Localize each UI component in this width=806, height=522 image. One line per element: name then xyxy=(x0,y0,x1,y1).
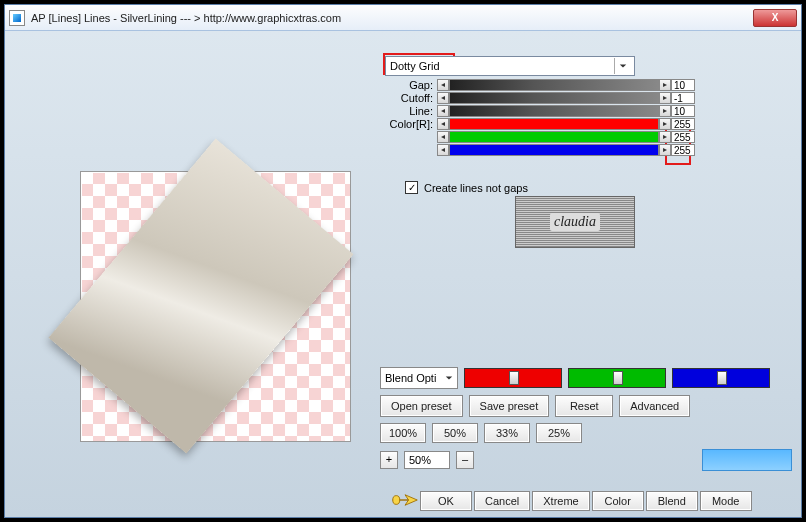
slider-panel: Gap: ◂ ▸ 10 Cutoff: ◂ ▸ -1 Line: ◂ ▸ 10 xyxy=(385,78,695,156)
reset-button[interactable]: Reset xyxy=(555,395,613,417)
zoom-out-button[interactable]: – xyxy=(456,451,474,469)
titlebar[interactable]: AP [Lines] Lines - SilverLining --- > ht… xyxy=(5,5,801,31)
b-value[interactable]: 255 xyxy=(671,144,695,156)
close-button[interactable]: X xyxy=(753,9,797,27)
preview-image xyxy=(48,139,353,454)
line-value[interactable]: 10 xyxy=(671,105,695,117)
b-inc[interactable]: ▸ xyxy=(659,144,671,156)
zoom-in-button[interactable]: + xyxy=(380,451,398,469)
zoom-50-button[interactable]: 50% xyxy=(432,423,478,443)
b-slider[interactable] xyxy=(449,144,659,156)
cutoff-slider[interactable] xyxy=(449,92,659,104)
chevron-down-icon xyxy=(445,372,453,384)
line-dec[interactable]: ◂ xyxy=(437,105,449,117)
color-button[interactable]: Color xyxy=(592,491,644,511)
gap-label: Gap: xyxy=(385,79,437,91)
blend-button[interactable]: Blend xyxy=(646,491,698,511)
ok-button[interactable]: OK xyxy=(420,491,472,511)
color-swatch[interactable] xyxy=(702,449,792,471)
cutoff-dec[interactable]: ◂ xyxy=(437,92,449,104)
zoom-33-button[interactable]: 33% xyxy=(484,423,530,443)
g-inc[interactable]: ▸ xyxy=(659,131,671,143)
preset-selected: Dotty Grid xyxy=(390,60,440,72)
b-dec[interactable]: ◂ xyxy=(437,144,449,156)
g-dec[interactable]: ◂ xyxy=(437,131,449,143)
output-b-slider[interactable] xyxy=(672,368,770,388)
slider-thumb[interactable] xyxy=(509,371,519,385)
preview-canvas xyxy=(80,171,351,442)
gap-inc[interactable]: ▸ xyxy=(659,79,671,91)
claudia-logo: claudia xyxy=(515,196,635,248)
slider-thumb[interactable] xyxy=(717,371,727,385)
save-preset-button[interactable]: Save preset xyxy=(469,395,550,417)
window-title: AP [Lines] Lines - SilverLining --- > ht… xyxy=(31,12,753,24)
svg-point-0 xyxy=(393,496,400,505)
zoom-25-button[interactable]: 25% xyxy=(536,423,582,443)
line-label: Line: xyxy=(385,105,437,117)
open-preset-button[interactable]: Open preset xyxy=(380,395,463,417)
line-inc[interactable]: ▸ xyxy=(659,105,671,117)
zoom-100-button[interactable]: 100% xyxy=(380,423,426,443)
slider-thumb[interactable] xyxy=(613,371,623,385)
advanced-button[interactable]: Advanced xyxy=(619,395,690,417)
preset-dropdown[interactable]: Dotty Grid xyxy=(385,56,635,76)
line-slider[interactable] xyxy=(449,105,659,117)
xtreme-button[interactable]: Xtreme xyxy=(532,491,589,511)
gap-slider[interactable] xyxy=(449,79,659,91)
plugin-dialog: AP [Lines] Lines - SilverLining --- > ht… xyxy=(4,4,802,518)
create-lines-checkbox[interactable]: ✓ xyxy=(405,181,418,194)
zoom-value[interactable]: 50% xyxy=(404,451,450,469)
r-value[interactable]: 255 xyxy=(671,118,695,130)
cutoff-label: Cutoff: xyxy=(385,92,437,104)
g-value[interactable]: 255 xyxy=(671,131,695,143)
chevron-down-icon xyxy=(614,58,630,74)
r-inc[interactable]: ▸ xyxy=(659,118,671,130)
app-icon xyxy=(9,10,25,26)
cutoff-inc[interactable]: ▸ xyxy=(659,92,671,104)
color-label: Color[R]: xyxy=(385,118,437,130)
blend-options-dropdown[interactable]: Blend Opti xyxy=(380,367,458,389)
create-lines-label: Create lines not gaps xyxy=(424,182,528,194)
r-dec[interactable]: ◂ xyxy=(437,118,449,130)
cutoff-value[interactable]: -1 xyxy=(671,92,695,104)
output-r-slider[interactable] xyxy=(464,368,562,388)
pointer-hand-icon xyxy=(391,491,419,509)
gap-value[interactable]: 10 xyxy=(671,79,695,91)
mode-button[interactable]: Mode xyxy=(700,491,752,511)
cancel-button[interactable]: Cancel xyxy=(474,491,530,511)
r-slider[interactable] xyxy=(449,118,659,130)
output-g-slider[interactable] xyxy=(568,368,666,388)
gap-dec[interactable]: ◂ xyxy=(437,79,449,91)
g-slider[interactable] xyxy=(449,131,659,143)
